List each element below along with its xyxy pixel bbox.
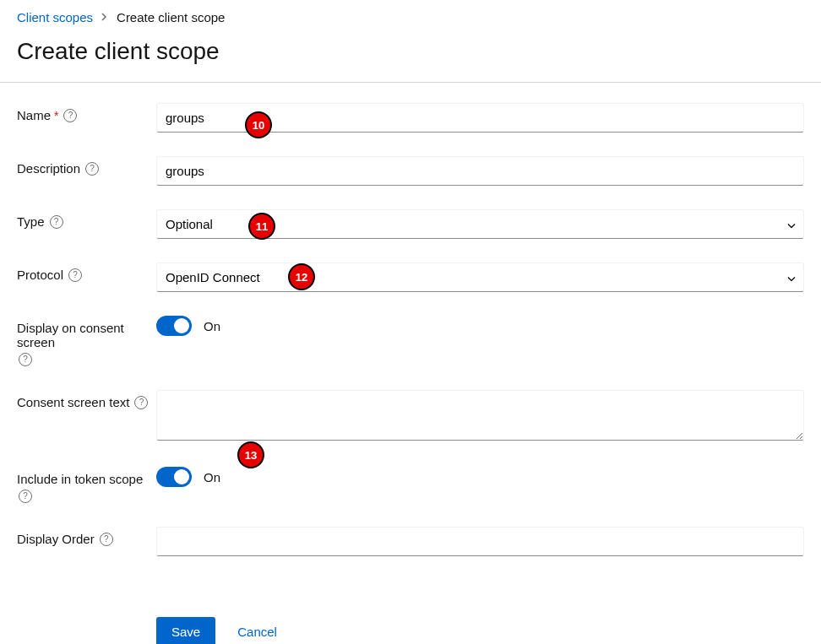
protocol-select[interactable] [156, 262, 804, 292]
label-text: Protocol [17, 268, 63, 282]
toggle-knob [174, 469, 189, 484]
help-icon[interactable]: ? [63, 109, 77, 122]
label-protocol: Protocol ? [17, 262, 156, 282]
breadcrumb: Client scopes Create client scope [0, 0, 821, 31]
row-display-consent: Display on consent screen ? On [17, 316, 804, 366]
display-order-input[interactable] [156, 527, 804, 556]
row-protocol: Protocol ? [17, 262, 804, 292]
label-name: Name * ? [17, 103, 156, 122]
page-title: Create client scope [0, 31, 821, 82]
label-consent-text: Consent screen text ? [17, 390, 156, 409]
chevron-right-icon [101, 12, 108, 24]
row-name: Name * ? [17, 103, 804, 133]
label-display-order: Display Order ? [17, 527, 156, 546]
breadcrumb-current: Create client scope [117, 10, 225, 24]
description-input[interactable] [156, 156, 804, 186]
help-icon[interactable]: ? [50, 215, 63, 229]
label-text: Description [17, 161, 80, 176]
form: Name * ? Description ? Type ? [0, 83, 821, 597]
label-text: Consent screen text [17, 395, 129, 409]
required-asterisk: * [54, 109, 58, 122]
cancel-button[interactable]: Cancel [237, 625, 277, 639]
row-description: Description ? [17, 156, 804, 186]
save-button[interactable]: Save [156, 617, 215, 644]
include-token-toggle[interactable] [156, 467, 192, 487]
label-display-consent: Display on consent screen ? [17, 316, 156, 366]
name-input[interactable] [156, 103, 804, 133]
row-consent-text: Consent screen text ? [17, 390, 804, 443]
row-type: Type ? [17, 209, 804, 239]
consent-text-input[interactable] [156, 390, 804, 441]
row-include-token: Include in token scope ? On [17, 467, 804, 503]
help-icon[interactable]: ? [68, 268, 82, 282]
help-icon[interactable]: ? [85, 162, 99, 176]
help-icon[interactable]: ? [100, 533, 113, 546]
label-text: Display Order [17, 532, 95, 546]
label-text: Name [17, 108, 51, 122]
label-text: Include in token scope [17, 472, 143, 486]
toggle-state-label: On [204, 319, 220, 333]
label-text: Display on consent screen [17, 321, 156, 349]
label-include-token: Include in token scope ? [17, 467, 156, 503]
display-consent-toggle[interactable] [156, 316, 192, 336]
row-display-order: Display Order ? [17, 527, 804, 556]
help-icon[interactable]: ? [19, 490, 32, 503]
button-row: Save Cancel [0, 597, 821, 644]
breadcrumb-parent-link[interactable]: Client scopes [17, 10, 93, 24]
label-text: Type [17, 214, 45, 229]
label-description: Description ? [17, 156, 156, 176]
toggle-state-label: On [204, 470, 220, 484]
toggle-knob [174, 318, 189, 333]
type-select[interactable] [156, 209, 804, 239]
help-icon[interactable]: ? [134, 396, 148, 409]
label-type: Type ? [17, 209, 156, 229]
help-icon[interactable]: ? [19, 353, 32, 366]
